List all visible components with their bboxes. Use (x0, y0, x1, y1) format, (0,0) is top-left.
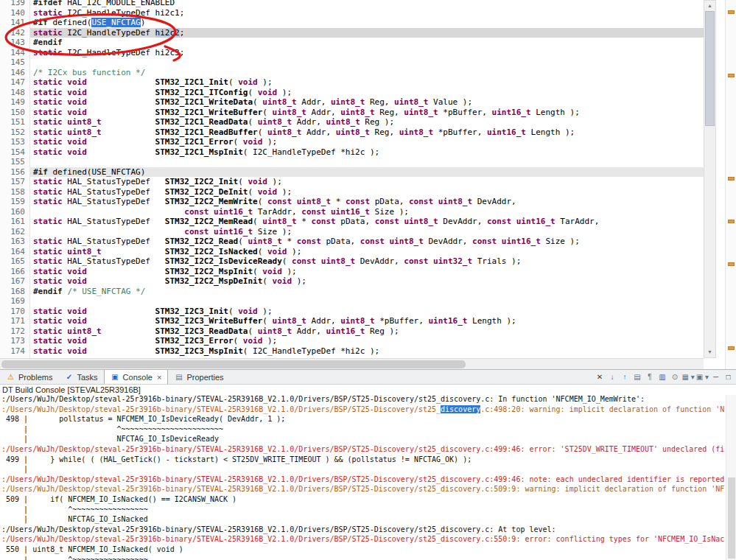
line-number[interactable]: 157 (0, 177, 25, 187)
code-line[interactable]: static void STM32_I2C3_WriteBuffer( uint… (30, 316, 704, 326)
ruler-marker[interactable] (728, 177, 735, 181)
tab-properties[interactable]: Properties (168, 370, 229, 384)
code-line[interactable]: #endif (30, 38, 704, 48)
line-number[interactable]: 143 (0, 38, 25, 48)
code-line[interactable]: static HAL_StatusTypeDef STM32_I2C2_Init… (30, 177, 704, 187)
code-line[interactable]: static void STM32_I2C2_MspDeInit( void )… (30, 276, 704, 287)
tab-tasks[interactable]: Tasks (58, 370, 103, 384)
editor-vertical-scrollbar[interactable]: ▲ ▼ (704, 0, 716, 358)
code-line[interactable]: static HAL_StatusTypeDef STM32_I2C2_IsDe… (30, 256, 704, 267)
line-number[interactable]: 149 (0, 97, 25, 108)
line-number[interactable]: 165 (0, 256, 25, 267)
line-number[interactable]: 158 (0, 187, 25, 197)
line-number[interactable]: 172 (0, 326, 25, 337)
line-number[interactable]: 164 (0, 247, 25, 257)
line-number[interactable]: 150 (0, 108, 25, 118)
code-line[interactable]: static void STM32_I2C1_ITConfig( void ); (30, 88, 704, 98)
ruler-marker[interactable] (728, 74, 735, 77)
code-line[interactable]: static uint8_t STM32_I2C2_IsNacked( void… (30, 247, 704, 257)
code-line[interactable]: static I2C_HandleTypeDef hi2c2; (30, 28, 704, 38)
code-line[interactable]: static uint8_t STM32_I2C3_ReadData( uint… (30, 326, 704, 337)
code-line[interactable]: const uint16_t TarAddr, const uint16_t S… (30, 207, 704, 217)
editor-horizontal-scrollbar[interactable] (0, 358, 704, 369)
line-number[interactable]: 154 (0, 147, 25, 158)
code-line[interactable]: static void STM32_I2C1_Error( void ); (30, 137, 704, 147)
next-message-button[interactable]: ↓ (607, 370, 618, 385)
code-line[interactable]: static void STM32_I2C2_MspInit( void ); (30, 267, 704, 277)
line-number[interactable]: 141 (0, 18, 25, 28)
code-line[interactable]: static I2C_HandleTypeDef hi2c1; (30, 8, 704, 18)
line-number[interactable]: 159 (0, 197, 25, 207)
scroll-lock-button[interactable]: ▤ (632, 370, 643, 385)
code-line[interactable]: const uint16_t Size ); (30, 227, 704, 237)
open-console-button[interactable]: ▣ ▾ (696, 370, 709, 385)
line-number[interactable]: 140 (0, 8, 25, 18)
overview-ruler[interactable] (725, 0, 736, 369)
line-number[interactable]: 171 (0, 316, 25, 326)
line-number[interactable]: 173 (0, 336, 25, 346)
scroll-up-arrow-icon[interactable]: ▲ (704, 1, 715, 11)
line-number[interactable]: 163 (0, 237, 25, 247)
line-number[interactable]: 151 (0, 117, 25, 127)
show-console-on-output-button[interactable]: ▥ (657, 370, 668, 385)
code-line[interactable]: static uint8_t STM32_I2C1_ReadData( uint… (30, 117, 704, 127)
code-line[interactable]: #endif /* USE_NFCTAG */ (30, 287, 704, 297)
line-number[interactable]: 142 (0, 28, 25, 38)
console-scrollbar[interactable] (726, 395, 736, 560)
line-number[interactable]: 147 (0, 77, 25, 88)
line-number[interactable]: 148 (0, 88, 25, 98)
display-selected-console-button[interactable]: ▦ ▾ (682, 370, 695, 385)
horizontal-scrollbar-thumb[interactable] (1, 360, 466, 368)
clear-console-button[interactable]: ✕ (595, 370, 606, 385)
line-number[interactable]: 146 (0, 68, 25, 78)
line-number[interactable]: 155 (0, 157, 25, 167)
line-number[interactable]: 139 (0, 0, 25, 8)
code-line[interactable]: #ifdef HAL_I2C_MODULE_ENABLED (30, 0, 704, 8)
line-number[interactable]: 167 (0, 276, 25, 287)
ruler-marker[interactable] (728, 262, 735, 266)
tab-console[interactable]: Console× (104, 370, 169, 384)
code-line[interactable]: static void STM32_I2C1_Init( void ); (30, 77, 704, 88)
line-number[interactable]: 145 (0, 57, 25, 68)
line-number[interactable]: 168 (0, 287, 25, 297)
console-scrollbar-thumb[interactable] (728, 477, 735, 559)
vertical-scrollbar-thumb[interactable] (705, 11, 715, 126)
word-wrap-button[interactable]: ¶ (645, 370, 656, 385)
code-editor[interactable]: 1391401411421431441451461471481491501511… (0, 0, 736, 369)
code-line[interactable] (30, 296, 704, 307)
console-output[interactable]: :/Users/WuJh/Desktop/steval-25r3916b-bin… (0, 395, 724, 560)
line-number[interactable]: 153 (0, 137, 25, 147)
code-line[interactable]: static void STM32_I2C1_MspInit( I2C_Hand… (30, 147, 704, 158)
tab-problems[interactable]: Problems (0, 370, 58, 384)
ruler-marker[interactable] (728, 346, 735, 350)
code-line[interactable]: #if defined(USE_NFCTAG) (30, 18, 704, 28)
pin-console-button[interactable]: ⊙ (670, 370, 681, 385)
ruler-marker[interactable] (728, 220, 735, 223)
code-line[interactable] (30, 157, 704, 167)
code-line[interactable]: static HAL_StatusTypeDef STM32_I2C2_MemR… (30, 217, 704, 227)
line-number[interactable]: 170 (0, 307, 25, 317)
ruler-marker[interactable] (728, 10, 735, 14)
code-line[interactable]: static void STM32_I2C3_Error( void ); (30, 336, 704, 346)
line-number[interactable]: 152 (0, 127, 25, 138)
line-number[interactable]: 166 (0, 267, 25, 277)
code-line[interactable] (30, 57, 704, 68)
code-line[interactable]: static void STM32_I2C1_WriteBuffer( uint… (30, 108, 704, 118)
code-line[interactable]: /* I2Cx bus function */ (30, 68, 704, 78)
line-number[interactable]: 174 (0, 346, 25, 357)
previous-message-button[interactable]: ↑ (620, 370, 631, 385)
code-line[interactable]: static void STM32_I2C3_MspInit( I2C_Hand… (30, 346, 704, 357)
code-line[interactable]: static HAL_StatusTypeDef STM32_I2C2_MemW… (30, 197, 704, 207)
code-area[interactable]: #ifdef HAL_I2C_MODULE_ENABLEDstatic I2C_… (30, 0, 704, 356)
code-line[interactable]: static HAL_StatusTypeDef STM32_I2C2_DeIn… (30, 187, 704, 197)
line-number[interactable]: 144 (0, 48, 25, 58)
code-line[interactable]: static HAL_StatusTypeDef STM32_I2C2_Read… (30, 237, 704, 247)
line-number[interactable]: 162 (0, 227, 25, 237)
code-line[interactable]: static uint8_t STM32_I2C1_ReadBuffer( ui… (30, 127, 704, 138)
scroll-down-arrow-icon[interactable]: ▼ (704, 347, 715, 357)
line-number[interactable]: 156 (0, 167, 25, 178)
line-number[interactable]: 161 (0, 217, 25, 227)
line-number[interactable]: 169 (0, 296, 25, 307)
code-line[interactable]: static void STM32_I2C1_WriteData( uint8_… (30, 97, 704, 108)
code-line[interactable]: static void STM32_I2C3_Init( void ); (30, 307, 704, 317)
